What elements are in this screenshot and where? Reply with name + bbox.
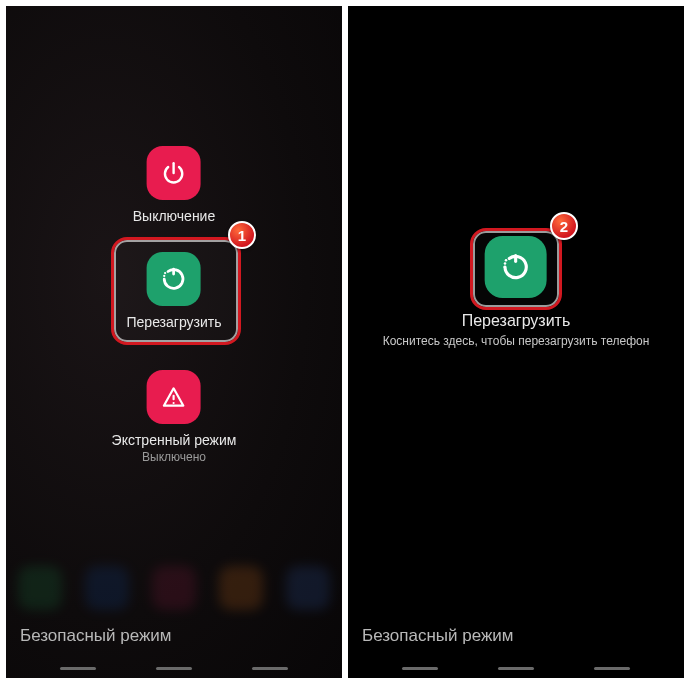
power-off-button[interactable]: Выключение [133,146,215,224]
svg-rect-3 [173,395,175,400]
safe-mode-label: Безопасный режим [20,626,172,646]
android-navbar[interactable] [6,667,342,670]
restart-confirm-label: Перезагрузить [462,312,571,330]
nav-back[interactable] [594,667,630,670]
callout-highlight-1 [111,237,241,345]
nav-recents[interactable] [60,667,96,670]
dock-blur [6,558,342,618]
power-icon [147,146,201,200]
emergency-icon [147,370,201,424]
screenshot-right: Перезагрузить Коснитесь здесь, чтобы пер… [348,6,684,678]
safe-mode-label: Безопасный режим [362,626,514,646]
svg-rect-4 [173,402,175,404]
emergency-label: Экстренный режим [112,432,237,448]
emergency-button[interactable]: Экстренный режим Выключено [112,370,237,464]
callout-highlight-2 [470,228,562,310]
emergency-sublabel: Выключено [142,450,206,464]
callout-badge-1: 1 [228,221,256,249]
nav-home[interactable] [498,667,534,670]
screenshot-left: Выключение Перезагрузить [6,6,342,678]
nav-recents[interactable] [402,667,438,670]
power-off-label: Выключение [133,208,215,224]
restart-confirm-hint: Коснитесь здесь, чтобы перезагрузить тел… [383,334,650,348]
nav-home[interactable] [156,667,192,670]
android-navbar[interactable] [348,667,684,670]
callout-badge-2: 2 [550,212,578,240]
nav-back[interactable] [252,667,288,670]
